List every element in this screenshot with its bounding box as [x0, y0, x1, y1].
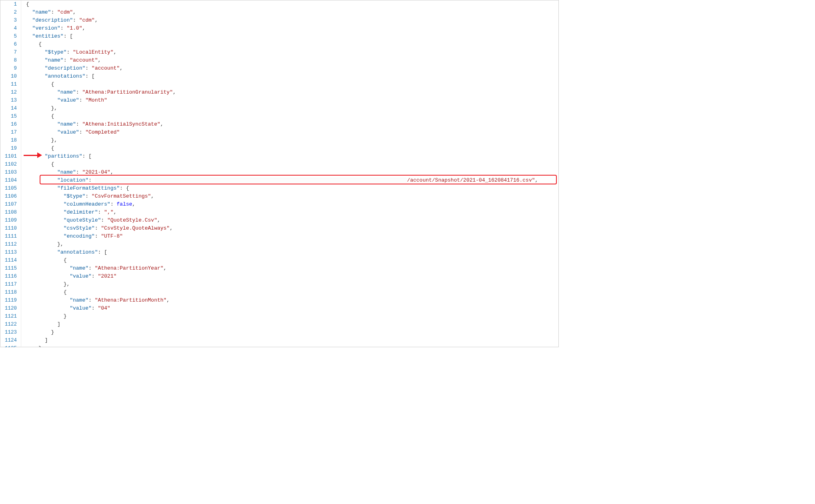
line-number: 1122 [0, 320, 17, 328]
code-line: "value": "Month" [26, 96, 558, 104]
line-number: 6 [0, 40, 17, 48]
line-number: 1114 [0, 256, 17, 264]
code-line: ] [26, 320, 558, 328]
line-number: 1108 [0, 208, 17, 216]
code-line: ] [26, 336, 558, 344]
line-number: 1112 [0, 240, 17, 248]
code-viewport: 1 2 3 4 5 6 7 8 9 10 11 12 13 14 15 16 1… [0, 0, 558, 347]
line-number: 13 [0, 96, 17, 104]
line-number: 2 [0, 8, 17, 16]
line-number: 3 [0, 16, 17, 24]
code-line: }, [26, 280, 558, 288]
line-number: 1106 [0, 192, 17, 200]
code-line: { [26, 112, 558, 120]
line-number: 1101 [0, 152, 17, 160]
code-line: }, [26, 104, 558, 112]
line-number: 1110 [0, 224, 17, 232]
line-number: 1120 [0, 304, 17, 312]
line-number: 1123 [0, 328, 17, 336]
line-number: 1116 [0, 272, 17, 280]
line-number: 17 [0, 128, 17, 136]
code-line: { [26, 256, 558, 264]
code-editor-frame: 1 2 3 4 5 6 7 8 9 10 11 12 13 14 15 16 1… [0, 0, 559, 347]
line-number: 1107 [0, 200, 17, 208]
line-number: 18 [0, 136, 17, 144]
line-number: 15 [0, 112, 17, 120]
line-number: 1121 [0, 312, 17, 320]
line-number: 4 [0, 24, 17, 32]
code-line: } [26, 344, 558, 347]
redacted-location-value [95, 178, 407, 183]
code-line: "quoteStyle": "QuoteStyle.Csv", [26, 216, 558, 224]
code-line: "annotations": [ [26, 248, 558, 256]
line-number: 19 [0, 144, 17, 152]
code-line: "csvStyle": "CsvStyle.QuoteAlways", [26, 224, 558, 232]
code-line: } [26, 312, 558, 320]
code-line: "location": /account/Snapshot/2021-04_16… [26, 176, 558, 184]
code-line: "name": "Athena:InitialSyncState", [26, 120, 558, 128]
code-line: "description": "account", [26, 64, 558, 72]
line-number: 14 [0, 104, 17, 112]
code-line: { [26, 40, 558, 48]
line-number: 1117 [0, 280, 17, 288]
code-line: "version": "1.0", [26, 24, 558, 32]
line-number: 1113 [0, 248, 17, 256]
code-line: }, [26, 240, 558, 248]
line-number: 9 [0, 64, 17, 72]
code-line: "$type": "CsvFormatSettings", [26, 192, 558, 200]
code-line: }, [26, 136, 558, 144]
code-line: } [26, 328, 558, 336]
code-line: "name": "Athena:PartitionMonth", [26, 296, 558, 304]
code-line: "annotations": [ [26, 72, 558, 80]
line-number: 1111 [0, 232, 17, 240]
line-number: 7 [0, 48, 17, 56]
code-line: "columnHeaders": false, [26, 200, 558, 208]
code-line: "fileFormatSettings": { [26, 184, 558, 192]
code-line: "name": "Athena:PartitionYear", [26, 264, 558, 272]
line-number: 1105 [0, 184, 17, 192]
code-line: "partitions": [ [26, 152, 558, 160]
line-number: 1115 [0, 264, 17, 272]
line-number: 8 [0, 56, 17, 64]
line-number: 1104 [0, 176, 17, 184]
code-line: "value": "Completed" [26, 128, 558, 136]
code-line: "name": "cdm", [26, 8, 558, 16]
code-line: { [26, 144, 558, 152]
code-line: { [26, 80, 558, 88]
line-number: 11 [0, 80, 17, 88]
code-line: "encoding": "UTF-8" [26, 232, 558, 240]
line-number: 1102 [0, 160, 17, 168]
line-number: 10 [0, 72, 17, 80]
code-line: "description": "cdm", [26, 16, 558, 24]
code-line: { [26, 0, 558, 8]
line-number: 1109 [0, 216, 17, 224]
code-content-area[interactable]: { "name": "cdm", "description": "cdm", "… [21, 0, 558, 347]
code-line: "name": "account", [26, 56, 558, 64]
line-number-gutter: 1 2 3 4 5 6 7 8 9 10 11 12 13 14 15 16 1… [0, 0, 21, 347]
line-number: 1103 [0, 168, 17, 176]
line-number: 16 [0, 120, 17, 128]
code-line: "name": "2021-04", [26, 168, 558, 176]
line-number: 1119 [0, 296, 17, 304]
line-number: 1125 [0, 344, 17, 347]
line-number: 1124 [0, 336, 17, 344]
code-line: { [26, 160, 558, 168]
code-line: "$type": "LocalEntity", [26, 48, 558, 56]
code-line: "entities": [ [26, 32, 558, 40]
code-line: "delimiter": ",", [26, 208, 558, 216]
line-number: 1 [0, 0, 17, 8]
code-line: "value": "2021" [26, 272, 558, 280]
code-line: "name": "Athena:PartitionGranularity", [26, 88, 558, 96]
code-line: "value": "04" [26, 304, 558, 312]
line-number: 5 [0, 32, 17, 40]
line-number: 12 [0, 88, 17, 96]
code-line: { [26, 288, 558, 296]
line-number: 1118 [0, 288, 17, 296]
